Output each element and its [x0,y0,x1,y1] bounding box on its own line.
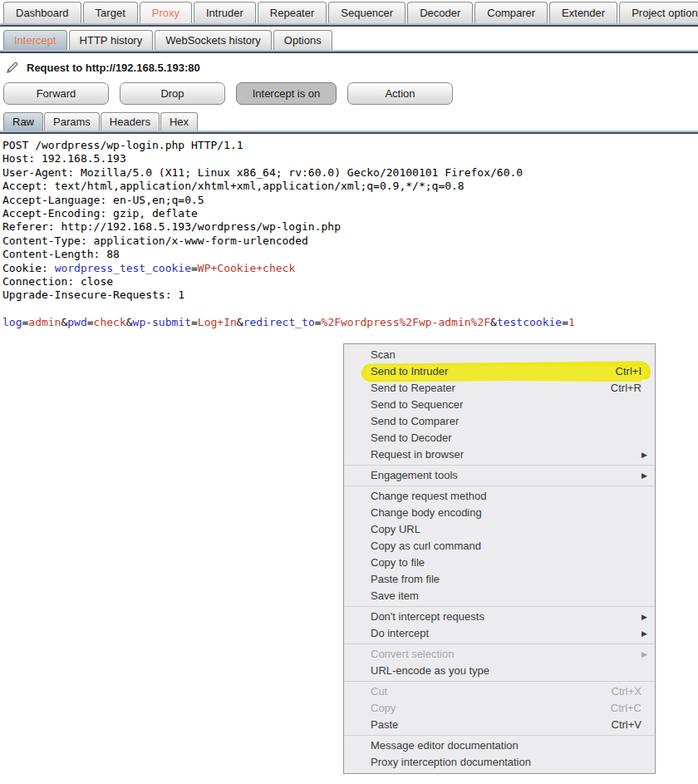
menu-item-label: Request in browser [371,448,464,461]
menu-item-label: Copy [371,702,396,714]
menu-item-label: Send to Intruder [371,365,448,377]
menu-item-send-to-decoder[interactable]: Send to Decoder [344,430,655,446]
menu-item-label: Copy to file [371,556,425,569]
context-menu: ScanSend to IntruderCtrl+ISend to Repeat… [343,343,656,774]
pencil-icon [6,61,19,74]
menu-item-copy-url[interactable]: Copy URL [344,521,655,538]
menu-item-label: Send to Sequencer [371,398,463,411]
menu-item-label: URL-encode as you type [371,664,489,677]
menu-item-label: Paste [371,718,398,731]
menu-item-label: Send to Repeater [371,382,455,394]
menu-item-copy-to-file[interactable]: Copy to file [344,555,655,571]
menu-item-send-to-comparer[interactable]: Send to Comparer [344,413,655,430]
tab-headers[interactable]: Headers [101,112,160,131]
menu-separator [344,486,655,486]
main-tab-bar: DashboardTargetProxyIntruderRepeaterSequ… [0,0,698,23]
menu-item-change-body-encoding[interactable]: Change body encoding [344,505,655,521]
request-editor[interactable]: POST /wordpress/wp-login.php HTTP/1.1Hos… [0,134,698,330]
menu-separator [344,681,655,682]
menu-item-label: Message editor documentation [371,739,519,752]
request-line: Accept-Language: en-US,en;q=0.5 [2,194,696,207]
submenu-arrow-icon: ▶ [641,467,647,484]
menu-item-copy-as-curl-command[interactable]: Copy as curl command [344,538,655,555]
menu-separator [344,735,655,736]
menu-item-label: Scan [371,348,396,361]
menu-item-request-in-browser[interactable]: Request in browser▶ [344,446,655,463]
tab-repeater[interactable]: Repeater [258,2,327,23]
tab-dashboard[interactable]: Dashboard [3,2,81,23]
menu-item-don-t-intercept-requests[interactable]: Don't intercept requests▶ [344,609,655,625]
menu-item-url-encode-as-you-type[interactable]: URL-encode as you type [344,663,655,679]
menu-item-shortcut: Ctrl+V [612,717,641,733]
request-line [2,303,696,316]
request-line: Host: 192.168.5.193 [2,152,696,165]
tab-target[interactable]: Target [83,2,138,23]
message-editor-tab-bar: RawParamsHeadersHex [0,105,698,131]
menu-item-label: Engagement tools [371,469,458,481]
request-destination: Request to http://192.168.5.193:80 [27,62,200,74]
menu-item-engagement-tools[interactable]: Engagement tools▶ [344,467,655,484]
menu-item-label: Send to Decoder [371,431,452,444]
tab-hex[interactable]: Hex [160,112,198,131]
menu-item-label: Change body encoding [371,506,482,519]
menu-item-label: Convert selection [371,648,454,660]
tab-project-options[interactable]: Project options [619,2,698,23]
tab-proxy[interactable]: Proxy [140,2,192,23]
menu-item-send-to-repeater[interactable]: Send to RepeaterCtrl+R [344,380,655,397]
tab-extender[interactable]: Extender [549,2,617,23]
submenu-arrow-icon: ▶ [641,609,647,625]
intercept-is-on-button[interactable]: Intercept is on [236,82,337,105]
request-line: Accept-Encoding: gzip, deflate [2,207,696,220]
menu-item-proxy-interception-documentation[interactable]: Proxy interception documentation [344,754,655,771]
tab-options[interactable]: Options [273,30,332,50]
menu-item-save-item[interactable]: Save item [344,588,655,604]
submenu-arrow-icon: ▶ [641,446,647,463]
request-line: Referer: http://192.168.5.193/wordpress/… [2,220,696,234]
tab-intercept[interactable]: Intercept [3,30,67,50]
tab-sequencer[interactable]: Sequencer [328,2,406,23]
tab-http-history[interactable]: HTTP history [69,30,154,50]
request-line: log=admin&pwd=check&wp-submit=Log+In&red… [2,316,696,329]
request-line: Cookie: wordpress_test_cookie=WP+Cookie+… [2,262,696,275]
menu-item-send-to-sequencer[interactable]: Send to Sequencer [344,397,655,413]
tab-comparer[interactable]: Comparer [474,2,548,23]
menu-item-label: Copy URL [371,523,420,535]
submenu-arrow-icon: ▶ [641,625,647,642]
tab-websockets-history[interactable]: WebSockets history [155,30,272,50]
menu-separator [344,606,655,607]
menu-item-change-request-method[interactable]: Change request method [344,488,655,505]
request-line: Accept: text/html,application/xhtml+xml,… [2,180,696,193]
menu-item-send-to-intruder[interactable]: Send to IntruderCtrl+I [344,363,655,380]
menu-item-paste[interactable]: PasteCtrl+V [344,717,655,733]
menu-item-do-intercept[interactable]: Do intercept▶ [344,625,655,642]
menu-item-message-editor-documentation[interactable]: Message editor documentation [344,737,655,754]
menu-item-label: Do intercept [371,627,429,639]
menu-item-convert-selection: Convert selection▶ [344,646,655,663]
menu-item-label: Cut [371,685,387,698]
tab-decoder[interactable]: Decoder [407,2,473,23]
menu-separator [344,465,655,466]
request-line: Upgrade-Insecure-Requests: 1 [2,288,696,302]
menu-item-shortcut: Ctrl+I [616,363,641,380]
menu-item-label: Change request method [371,490,486,502]
proxy-tab-bar: InterceptHTTP historyWebSockets historyO… [0,27,698,50]
menu-item-cut: CutCtrl+X [344,683,655,700]
menu-item-label: Send to Comparer [371,415,459,427]
request-line: Content-Length: 88 [2,248,696,261]
request-line: Connection: close [2,275,696,288]
action-button[interactable]: Action [347,82,453,105]
menu-item-label: Save item [371,589,419,602]
menu-item-label: Copy as curl command [371,540,481,552]
tab-separator [0,50,698,53]
tab-raw[interactable]: Raw [3,112,43,131]
forward-button[interactable]: Forward [3,82,109,105]
request-line: Content-Type: application/x-www-form-url… [2,234,696,248]
menu-item-copy: CopyCtrl+C [344,700,655,717]
tab-params[interactable]: Params [44,112,100,131]
drop-button[interactable]: Drop [120,82,225,105]
request-title-line: Request to http://192.168.5.193:80 [6,61,698,74]
menu-item-shortcut: Ctrl+C [611,700,641,717]
menu-item-paste-from-file[interactable]: Paste from file [344,571,655,588]
tab-intruder[interactable]: Intruder [194,2,256,23]
menu-item-shortcut: Ctrl+X [612,683,641,700]
